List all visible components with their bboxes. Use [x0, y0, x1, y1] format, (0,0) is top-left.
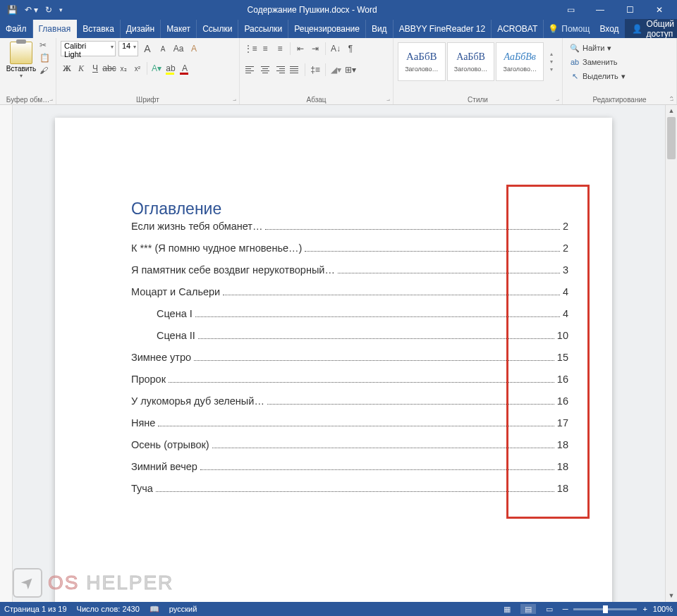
style-heading2[interactable]: АаБбВ Заголово… [447, 42, 495, 81]
ribbon-options-icon[interactable]: ▭ [561, 5, 580, 15]
replace-button[interactable]: abЗаменить [567, 55, 672, 69]
toc-line[interactable]: Моцарт и Сальери4 [131, 286, 568, 308]
clear-format-icon[interactable]: A [188, 42, 200, 56]
style-heading1[interactable]: АаБбВ Заголово… [398, 42, 446, 81]
undo-icon[interactable]: ↶ ▾ [25, 5, 38, 15]
superscript-button[interactable]: x² [131, 61, 144, 75]
cut-icon[interactable]: ✂ [39, 40, 50, 50]
tab-file[interactable]: Файл [0, 20, 33, 38]
line-spacing-icon[interactable]: ‡≡ [309, 63, 322, 77]
redo-icon[interactable]: ↻ [45, 5, 52, 15]
maximize-icon[interactable]: ☐ [621, 5, 639, 15]
tab-references[interactable]: Ссылки [197, 20, 238, 38]
change-case-icon[interactable]: Aa [172, 42, 185, 56]
bullets-icon[interactable]: ⋮≡ [244, 42, 257, 56]
sort-icon[interactable]: A↓ [329, 42, 342, 56]
tell-me[interactable]: 💡Помощ [544, 24, 594, 34]
font-name-select[interactable]: Calibri Light▾ [61, 41, 116, 56]
align-center-icon[interactable] [259, 65, 272, 75]
close-icon[interactable]: ✕ [650, 5, 669, 15]
toc-line[interactable]: К *** (Я помню чудное мгновенье…)2 [131, 242, 568, 264]
scroll-down-icon[interactable]: ▼ [666, 590, 677, 602]
shading-icon[interactable]: ◢▾ [329, 63, 342, 77]
select-button[interactable]: ↖Выделить ▾ [567, 69, 672, 83]
view-print-icon[interactable]: ▤ [520, 604, 536, 614]
toc-line[interactable]: Зимнее утро15 [131, 352, 568, 374]
tab-review[interactable]: Рецензирование [288, 20, 366, 38]
share-button[interactable]: 👤Общий доступ [625, 19, 677, 39]
toc-line[interactable]: Осень (отрывок)18 [131, 439, 568, 461]
align-left-icon[interactable] [244, 65, 257, 75]
vertical-scrollbar[interactable]: ▲ ▼ [665, 105, 677, 602]
save-icon[interactable]: 💾 [7, 5, 18, 15]
strikethrough-button[interactable]: abc [103, 61, 116, 75]
highlight-icon[interactable]: ab [164, 61, 177, 75]
tab-abbyy[interactable]: ABBYY FineReader 12 [394, 20, 492, 38]
tab-acrobat[interactable]: ACROBAT [492, 20, 544, 38]
spellcheck-icon[interactable]: 📖 [150, 605, 159, 614]
paste-button[interactable]: Вставить ▾ [4, 40, 38, 79]
toc-leader [338, 273, 560, 273]
toc-line[interactable]: Сцена II10 [131, 330, 568, 352]
toc-line[interactable]: Пророк16 [131, 374, 568, 395]
show-marks-icon[interactable]: ¶ [344, 42, 357, 56]
group-label-font: Шрифт [56, 96, 239, 104]
zoom-slider[interactable] [573, 608, 637, 610]
tab-design[interactable]: Дизайн [121, 20, 161, 38]
bold-button[interactable]: Ж [61, 61, 73, 75]
tab-mailings[interactable]: Рассылки [238, 20, 288, 38]
status-page[interactable]: Страница 1 из 19 [4, 605, 67, 613]
increase-indent-icon[interactable]: ⇥ [309, 42, 322, 56]
styles-more-icon[interactable]: ▴▾▾ [545, 42, 558, 81]
toc-line[interactable]: Няне17 [131, 417, 568, 439]
toc-line[interactable]: Зимний вечер18 [131, 461, 568, 483]
zoom-knob[interactable] [603, 605, 608, 613]
align-justify-icon[interactable] [288, 65, 301, 75]
text-effects-icon[interactable]: A▾ [150, 61, 163, 75]
scroll-up-icon[interactable]: ▲ [666, 105, 677, 117]
shrink-font-icon[interactable]: A [157, 42, 169, 56]
toc-line[interactable]: Туча18 [131, 483, 568, 505]
scroll-thumb[interactable] [667, 117, 676, 159]
view-read-icon[interactable]: ▦ [499, 604, 515, 614]
tab-layout[interactable]: Макет [161, 20, 197, 38]
borders-icon[interactable]: ⊞▾ [344, 63, 357, 77]
zoom-value[interactable]: 100% [653, 605, 673, 613]
page[interactable]: Оглавление Если жизнь тебя обманет…2К **… [55, 118, 612, 602]
style-heading3[interactable]: АаБбВв Заголово… [496, 42, 544, 81]
group-label-styles: Стили [394, 96, 562, 104]
tab-insert[interactable]: Вставка [77, 20, 121, 38]
status-language[interactable]: русский [169, 605, 197, 613]
italic-button[interactable]: К [75, 61, 87, 75]
toc-line[interactable]: Если жизнь тебя обманет…2 [131, 221, 568, 242]
collapse-ribbon-icon[interactable]: ⌃ [669, 95, 674, 103]
font-size-select[interactable]: 14▾ [118, 41, 138, 56]
view-web-icon[interactable]: ▭ [542, 604, 557, 614]
font-color-icon[interactable]: A [178, 61, 191, 75]
minimize-icon[interactable]: — [591, 5, 609, 15]
multilevel-icon[interactable]: ≡ [274, 42, 286, 56]
toc-leader [223, 295, 560, 295]
toc-line[interactable]: Я памятник себе воздвиг нерукотворный…3 [131, 264, 568, 286]
copy-icon[interactable]: 📋 [39, 53, 50, 63]
tab-home[interactable]: Главная [33, 20, 78, 38]
scroll-track[interactable] [666, 117, 677, 567]
signin-button[interactable]: Вход [594, 24, 624, 34]
format-painter-icon[interactable]: 🖌 [39, 66, 50, 75]
toc-page: 17 [557, 417, 568, 429]
grow-font-icon[interactable]: A [141, 42, 154, 56]
zoom-in-icon[interactable]: + [642, 605, 647, 613]
zoom-out-icon[interactable]: ─ [563, 605, 568, 613]
tab-view[interactable]: Вид [366, 20, 394, 38]
align-right-icon[interactable] [274, 65, 286, 75]
toc-leader [200, 469, 554, 470]
toc-line[interactable]: Сцена I4 [131, 308, 568, 330]
underline-button[interactable]: Ч [89, 61, 102, 75]
numbering-icon[interactable]: ≡ [259, 42, 272, 56]
status-words[interactable]: Число слов: 2430 [77, 605, 140, 613]
qat-more-icon[interactable]: ▾ [59, 6, 63, 13]
subscript-button[interactable]: x₂ [117, 61, 130, 75]
toc-line[interactable]: У лукоморья дуб зеленый…16 [131, 395, 568, 417]
decrease-indent-icon[interactable]: ⇤ [294, 42, 307, 56]
find-button[interactable]: 🔍Найти ▾ [567, 41, 672, 55]
